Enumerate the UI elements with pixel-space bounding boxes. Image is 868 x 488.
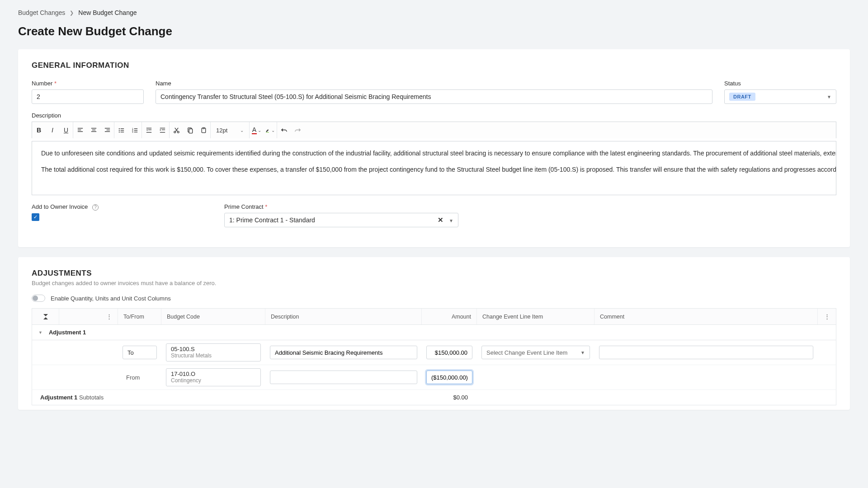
redo-button[interactable]: [291, 122, 304, 138]
italic-button[interactable]: I: [46, 122, 59, 138]
svg-point-30: [177, 131, 179, 133]
svg-rect-38: [266, 132, 269, 132]
prime-contract-select[interactable]: 1: Prime Contract 1 - Standard ✕ ▼: [224, 213, 458, 227]
change-event-select[interactable]: Select Change Event Line Item ▼: [481, 346, 590, 359]
text-color-button[interactable]: A⌄: [250, 122, 263, 138]
svg-marker-40: [43, 317, 48, 319]
qty-toggle[interactable]: [32, 295, 45, 302]
svg-point-29: [174, 131, 175, 133]
comment-input[interactable]: [599, 346, 813, 359]
th-comment: Comment: [594, 309, 818, 324]
svg-rect-20: [134, 131, 137, 132]
svg-rect-21: [146, 127, 151, 128]
th-amount: Amount: [422, 309, 477, 324]
budget-code-select[interactable]: 17-010.O Contingency: [166, 368, 261, 386]
budget-code-select[interactable]: 05-100.S Structural Metals: [166, 343, 261, 361]
align-left-button[interactable]: [73, 122, 87, 138]
align-right-button[interactable]: [100, 122, 114, 138]
status-select[interactable]: DRAFT ▼: [724, 89, 836, 104]
general-information-card: GENERAL INFORMATION Number * Name Status…: [18, 49, 850, 247]
svg-rect-14: [120, 131, 124, 132]
adjustments-hint: Budget changes added to owner invoices m…: [32, 280, 836, 286]
svg-marker-24: [146, 129, 147, 131]
th-tofrom: To/From: [118, 309, 161, 324]
svg-point-10: [118, 130, 119, 131]
description-paragraph: The total additional cost required for t…: [41, 165, 827, 175]
undo-button[interactable]: [277, 122, 291, 138]
row-menu-col[interactable]: ⋮: [818, 309, 836, 324]
svg-marker-37: [266, 129, 269, 132]
svg-point-9: [118, 128, 119, 129]
svg-text:3: 3: [132, 131, 133, 133]
paste-button[interactable]: [197, 122, 210, 138]
chevron-down-icon: ▼: [580, 350, 585, 355]
cut-button[interactable]: [170, 122, 183, 138]
svg-rect-19: [134, 130, 137, 130]
underline-button[interactable]: U: [59, 122, 73, 138]
align-center-button[interactable]: [87, 122, 100, 138]
owner-invoice-checkbox[interactable]: ✓: [32, 213, 39, 221]
adjustment-group-header[interactable]: ▼ Adjustment 1: [32, 325, 836, 340]
th-change-event: Change Event Line Item: [477, 309, 594, 324]
adjustment-row-to: To 05-100.S Structural Metals Select Cha…: [32, 340, 836, 365]
help-icon[interactable]: ?: [92, 204, 99, 211]
description-editor[interactable]: Due to unforeseen site conditions and up…: [32, 141, 836, 195]
adjustments-card: ADJUSTMENTS Budget changes added to owne…: [18, 257, 850, 410]
th-budget-code: Budget Code: [161, 309, 265, 324]
adjustment-row-from: From 17-010.O Contingency: [32, 365, 836, 390]
owner-invoice-label: Add to Owner Invoice ?: [32, 203, 212, 211]
svg-rect-26: [161, 129, 165, 130]
clear-icon[interactable]: ✕: [438, 216, 443, 224]
breadcrumb-root[interactable]: Budget Changes: [18, 9, 65, 16]
svg-rect-34: [189, 129, 193, 133]
bold-button[interactable]: B: [32, 122, 46, 138]
font-size-select[interactable]: 12pt ⌄: [211, 122, 249, 138]
svg-rect-13: [120, 130, 124, 130]
svg-rect-36: [203, 127, 204, 128]
qty-toggle-label: Enable Quantity, Units and Unit Cost Col…: [51, 295, 171, 302]
chevron-down-icon: ▼: [827, 94, 831, 99]
adjustments-table-header: ⋮ To/From Budget Code Description Amount…: [32, 308, 836, 325]
status-label: Status: [724, 80, 836, 87]
svg-point-11: [118, 131, 119, 132]
numbered-list-button[interactable]: 123: [128, 122, 142, 138]
highlight-color-button[interactable]: ⌄: [263, 122, 277, 138]
number-label: Number *: [32, 80, 144, 87]
chevron-right-icon: ❯: [70, 10, 74, 16]
name-input[interactable]: [156, 89, 712, 104]
svg-marker-39: [43, 314, 48, 316]
breadcrumb: Budget Changes ❯ New Budget Change: [18, 9, 850, 16]
description-label: Description: [32, 112, 836, 119]
svg-rect-12: [120, 128, 124, 129]
status-badge: DRAFT: [729, 93, 755, 101]
bullet-list-button[interactable]: [114, 122, 128, 138]
svg-marker-28: [160, 129, 160, 131]
amount-input[interactable]: [426, 371, 472, 384]
prime-contract-label: Prime Contract *: [224, 203, 458, 210]
indent-button[interactable]: [156, 122, 169, 138]
svg-rect-18: [134, 128, 137, 129]
chevron-down-icon: ▼: [449, 218, 453, 223]
subtotal-amount: $0.00: [422, 394, 477, 401]
adjustment-subtotal-row: Adjustment 1 Subtotals $0.00: [32, 390, 836, 405]
collapse-arrow-icon[interactable]: ▼: [38, 330, 42, 335]
page-title: Create New Budget Change: [18, 24, 850, 38]
svg-rect-27: [160, 132, 165, 132]
line-description-input[interactable]: [270, 371, 417, 384]
tofrom-select[interactable]: To: [123, 346, 157, 359]
line-description-input[interactable]: [270, 346, 417, 359]
breadcrumb-current: New Budget Change: [78, 9, 137, 16]
options-col[interactable]: ⋮: [59, 309, 118, 324]
rte-toolbar: B I U: [32, 122, 836, 138]
svg-rect-23: [146, 132, 151, 132]
svg-rect-22: [148, 129, 151, 130]
tofrom-label: From: [118, 374, 161, 381]
outdent-button[interactable]: [142, 122, 156, 138]
description-paragraph: Due to unforeseen site conditions and up…: [41, 149, 827, 159]
collapse-all-button[interactable]: [32, 309, 59, 324]
number-input[interactable]: [32, 89, 144, 104]
th-description: Description: [265, 309, 422, 324]
chevron-down-icon: ⌄: [240, 128, 244, 133]
amount-input[interactable]: [426, 346, 472, 359]
copy-button[interactable]: [183, 122, 197, 138]
